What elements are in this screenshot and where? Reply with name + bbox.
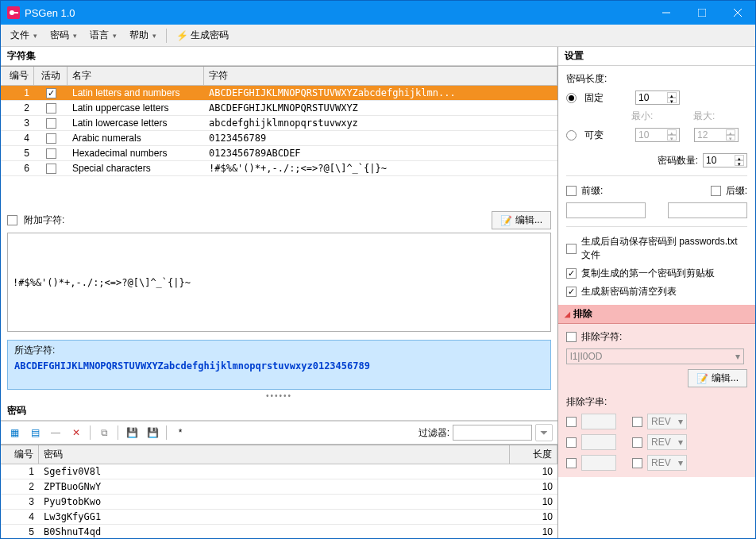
edit-icon: 📝 [696,373,708,384]
maximize-button[interactable] [684,1,719,25]
addchars-input[interactable] [7,233,551,332]
prefix-input[interactable] [566,202,646,218]
settings-header: 设置 [558,47,755,66]
radio-fixed[interactable] [566,93,577,103]
charset-row[interactable]: 4Arabic numerals0123456789 [1,131,557,146]
mask-icon[interactable]: * [172,424,189,441]
active-checkbox[interactable] [46,88,56,98]
autosave-label: 生成后自动保存密码到 passwords.txt 文件 [581,235,747,262]
charset-row[interactable]: 3Latin lowercase lettersabcdefghijklmnop… [1,116,557,131]
saveas-icon[interactable]: 💾 [144,424,161,441]
selected-chars-label: 所选字符: [14,344,544,357]
exclude-strings-label: 排除字串: [566,395,747,409]
exstr2-input[interactable] [581,434,616,450]
max-label: 最大: [693,110,715,123]
close-button[interactable] [719,1,755,25]
pcol-num[interactable]: 编号 [1,445,39,464]
col-active[interactable]: 活动 [34,67,68,85]
filter-input[interactable] [453,425,532,441]
prefix-checkbox[interactable] [566,186,577,196]
filter-clear-icon[interactable]: ⏷ [535,424,553,441]
edit-icon: 📝 [500,215,512,226]
suffix-checkbox[interactable] [711,186,721,196]
pcol-len[interactable]: 长度 [510,445,557,464]
addchars-checkbox[interactable] [7,215,17,225]
clipboard-checkbox[interactable] [566,268,577,279]
radio-variable[interactable] [566,130,577,141]
charset-grid: 编号 活动 名字 字符 1Latin letters and numbersAB… [1,66,557,176]
password-row[interactable]: 1Sgefiv0V8l10 [1,464,557,479]
exstr1-rev[interactable]: REV▾ [647,414,687,429]
password-row[interactable]: 4Lw3gKfyGG110 [1,510,557,525]
active-checkbox[interactable] [46,103,56,114]
clear-checkbox[interactable] [566,287,577,297]
pcol-pwd[interactable]: 密码 [39,445,510,464]
addchars-edit-button[interactable]: 📝编辑... [492,211,551,229]
list-view-icon[interactable]: ▤ [26,424,44,441]
exclude-edit-button[interactable]: 📝编辑... [688,369,747,387]
password-grid: 编号 密码 长度 1Sgefiv0V8l102ZPTBuoGNwY103Pyu9… [1,445,557,538]
exstr2-checkbox[interactable] [566,437,577,448]
password-row[interactable]: 5B0ShnuT4qd10 [1,525,557,538]
exstr1-rev-checkbox[interactable] [632,417,642,427]
charset-row[interactable]: 1Latin letters and numbersABCDEFGHIJKLMN… [1,86,557,101]
copy-icon[interactable]: ⧉ [95,424,113,441]
col-chars[interactable]: 字符 [204,67,557,85]
clear-icon[interactable]: ✕ [68,424,85,441]
exclude-chars-checkbox[interactable] [566,332,577,342]
remove-icon[interactable]: — [47,424,64,441]
charset-row[interactable]: 5Hexadecimal numbers0123456789ABCDEF [1,146,557,161]
max-spinner[interactable]: ▴▾ [694,128,739,142]
active-checkbox[interactable] [46,133,56,144]
menu-file[interactable]: 文件▾ [4,25,44,45]
exstr2-rev[interactable]: REV▾ [647,434,687,450]
exstr3-rev[interactable]: REV▾ [647,455,687,471]
variable-label: 可变 [584,129,631,142]
min-label: 最小: [631,110,676,123]
charset-header: 字符集 [1,47,557,66]
menu-language[interactable]: 语言▾ [83,25,123,45]
autosave-checkbox[interactable] [566,244,577,254]
exclude-chars-combo[interactable]: l1|I0OD▾ [566,348,744,364]
exstr3-input[interactable] [581,455,616,471]
filter-label: 过滤器: [418,426,449,440]
active-checkbox[interactable] [46,164,56,174]
bolt-icon: ⚡ [176,30,188,41]
suffix-label: 后缀: [726,184,747,198]
exclude-header[interactable]: ◢排除 [558,305,755,324]
count-label: 密码数量: [658,154,698,167]
window-title: PSGen 1.0 [25,7,648,19]
password-row[interactable]: 3Pyu9tobKwo10 [1,495,557,510]
save-icon[interactable]: 💾 [123,424,141,441]
charset-row[interactable]: 2Latin uppercase lettersABCDEFGHIJKLMNOP… [1,101,557,116]
count-spinner[interactable]: ▴▾ [703,153,747,167]
active-checkbox[interactable] [46,148,56,159]
clear-label: 生成新密码前清空列表 [581,285,747,298]
col-num[interactable]: 编号 [1,67,34,85]
exstr3-rev-checkbox[interactable] [632,458,642,468]
fixed-spinner[interactable]: ▴▾ [635,90,680,105]
min-spinner[interactable]: ▴▾ [635,128,680,142]
svg-rect-2 [14,12,18,13]
active-checkbox[interactable] [46,118,56,129]
menu-password[interactable]: 密码▾ [44,25,83,45]
charset-row[interactable]: 6Special characters!#$%&'()*+,-./:;<=>?@… [1,161,557,176]
exstr1-checkbox[interactable] [566,417,577,427]
suffix-input[interactable] [668,202,747,218]
exstr3-checkbox[interactable] [566,458,577,468]
col-name[interactable]: 名字 [68,67,204,85]
fixed-label: 固定 [584,91,631,105]
minimize-button[interactable] [648,1,684,25]
app-icon [7,6,20,19]
password-row[interactable]: 2ZPTBuoGNwY10 [1,479,557,495]
exstr1-input[interactable] [581,414,616,429]
addchars-label: 附加字符: [24,214,64,227]
generate-button[interactable]: ⚡生成密码 [170,25,235,45]
menu-help[interactable]: 帮助▾ [123,25,163,45]
splitter[interactable]: •••••• [1,390,557,402]
selected-chars-value: ABCDEFGHIJKLMNOPQRSTUVWXYZabcdefghijklmn… [14,360,544,372]
exstr2-rev-checkbox[interactable] [632,437,642,448]
svg-rect-4 [698,9,706,17]
grid-view-icon[interactable]: ▦ [6,424,23,441]
menubar: 文件▾ 密码▾ 语言▾ 帮助▾ ⚡生成密码 [1,25,755,47]
